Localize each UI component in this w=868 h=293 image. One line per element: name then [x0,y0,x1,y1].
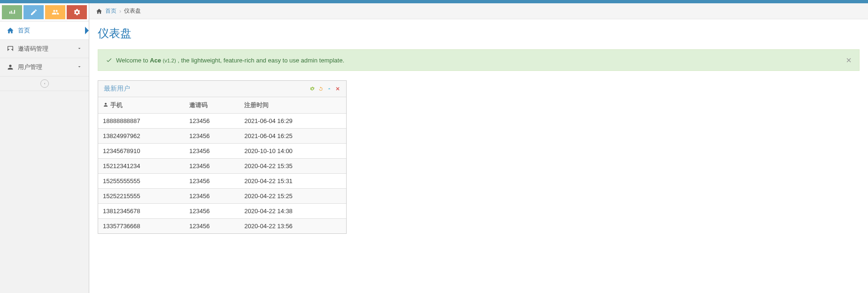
sidebar-item-invite[interactable]: 邀请码管理 [0,40,89,58]
cell-phone: 15255555555 [98,174,185,189]
sidebar-item-label: 首页 [18,26,30,35]
breadcrumb: 首页 › 仪表盘 [89,3,868,19]
sidebar-item-home[interactable]: 首页 [0,22,89,40]
cell-phone: 13824997962 [98,129,185,144]
inbox-icon [7,45,14,53]
home-icon [96,8,102,15]
home-icon [7,27,14,34]
sidebar-collapse-button[interactable] [40,79,49,88]
chevron-down-icon [77,46,82,53]
cell-code: 123456 [185,144,240,159]
check-icon [106,57,112,63]
cell-phone: 13357736668 [98,219,185,234]
cell-code: 123456 [185,174,240,189]
cell-code: 123456 [185,189,240,204]
table-row: 138123456781234562020-04-22 14:38 [98,204,346,219]
breadcrumb-sep: › [119,8,121,15]
cell-code: 123456 [185,129,240,144]
table-row: 123456789101234562020-10-10 14:00 [98,144,346,159]
table-row: 138249979621234562021-06-04 16:25 [98,129,346,144]
widget-settings-icon[interactable] [310,86,315,92]
col-time: 注册时间 [240,97,346,114]
widget-collapse-icon[interactable] [326,86,332,92]
table-row: 152522155551234562020-04-22 15:25 [98,189,346,204]
shortcut-users[interactable] [45,5,65,19]
cell-time: 2020-04-22 13:56 [240,219,346,234]
page-title: 仪表盘 [98,26,860,41]
cell-time: 2020-04-22 14:38 [240,204,346,219]
chevron-down-icon [77,64,82,71]
table-row: 152123412341234562020-04-22 15:35 [98,159,346,174]
cell-code: 123456 [185,114,240,129]
widget-title: 最新用户 [104,85,130,93]
shortcut-edit[interactable] [23,5,44,19]
shortcut-stats[interactable] [2,5,22,19]
col-code: 邀请码 [185,97,240,114]
welcome-alert: Welcome to Ace (v1.2) , the lightweight,… [98,49,860,71]
cell-phone: 15252215555 [98,189,185,204]
breadcrumb-home[interactable]: 首页 [105,7,116,15]
cell-time: 2021-06-04 16:29 [240,114,346,129]
sidebar: 首页 邀请码管理 用户管理 [0,3,89,293]
shortcut-settings[interactable] [67,5,87,19]
cell-time: 2021-06-04 16:25 [240,129,346,144]
sidebar-item-users[interactable]: 用户管理 [0,58,89,77]
sidebar-collapse-row [0,77,89,91]
shortcut-bar [0,3,89,22]
table-row: 133577366681234562020-04-22 13:56 [98,219,346,234]
cell-phone: 12345678910 [98,144,185,159]
cell-phone: 18888888887 [98,114,185,129]
cell-phone: 15212341234 [98,159,185,174]
cell-phone: 13812345678 [98,204,185,219]
widget-tools [310,86,341,92]
widget-reload-icon[interactable] [318,86,324,92]
sidebar-item-label: 用户管理 [18,63,42,71]
widget-close-icon[interactable] [335,86,341,92]
cell-time: 2020-04-22 15:35 [240,159,346,174]
widget-header: 最新用户 [98,81,346,97]
cell-code: 123456 [185,204,240,219]
table-row: 188888888871234562021-06-04 16:29 [98,114,346,129]
widget-latest-users: 最新用户 手机 邀请码 注册时间 [98,80,347,234]
cell-time: 2020-10-10 14:00 [240,144,346,159]
cell-code: 123456 [185,219,240,234]
cell-time: 2020-04-22 15:25 [240,189,346,204]
topbar [0,0,868,3]
alert-text: Welcome to Ace (v1.2) , the lightweight,… [116,57,344,64]
breadcrumb-current: 仪表盘 [124,7,141,15]
cell-code: 123456 [185,159,240,174]
alert-close[interactable]: × [846,55,852,65]
sidebar-item-label: 邀请码管理 [18,45,48,53]
user-icon [7,63,14,71]
col-phone: 手机 [98,97,185,114]
users-table: 手机 邀请码 注册时间 188888888871234562021-06-04 … [98,97,346,233]
cell-time: 2020-04-22 15:31 [240,174,346,189]
main: 首页 › 仪表盘 仪表盘 Welcome to Ace (v1.2) , the… [89,3,868,293]
table-row: 152555555551234562020-04-22 15:31 [98,174,346,189]
